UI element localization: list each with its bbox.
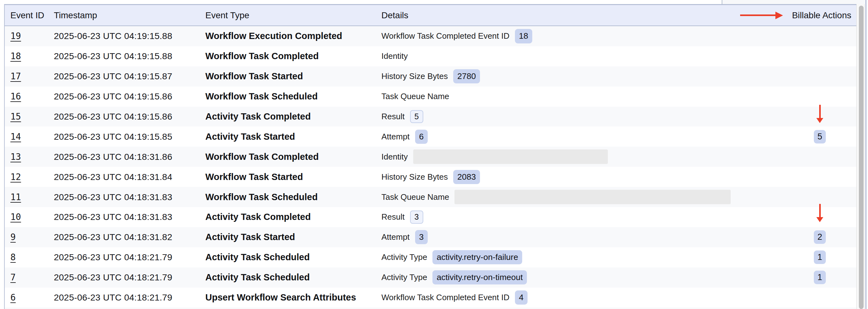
top-strip bbox=[0, 0, 868, 4]
detail-label: Result bbox=[381, 212, 405, 222]
billable-actions-cell bbox=[783, 147, 856, 167]
detail-value-badge: 18 bbox=[515, 29, 532, 43]
timestamp: 2025-06-23 UTC 04:18:31.84 bbox=[54, 172, 172, 182]
next-row-edge bbox=[5, 307, 856, 309]
detail-label: Result bbox=[381, 112, 405, 122]
billable-actions-badge: 1 bbox=[814, 271, 826, 284]
table-row[interactable]: 7 2025-06-23 UTC 04:18:21.79 Activity Ta… bbox=[5, 268, 856, 287]
table-row[interactable]: 10 2025-06-23 UTC 04:18:31.83 Activity T… bbox=[5, 207, 856, 227]
detail-value-badge: activity.retry-on-timeout bbox=[432, 270, 527, 284]
redacted-value-block bbox=[413, 149, 608, 164]
timestamp: 2025-06-23 UTC 04:19:15.85 bbox=[54, 132, 172, 142]
billable-actions-cell: 2 bbox=[783, 227, 856, 247]
event-type: Activity Task Scheduled bbox=[205, 252, 310, 263]
detail-value-badge: 5 bbox=[410, 110, 423, 123]
timestamp: 2025-06-23 UTC 04:18:31.82 bbox=[54, 232, 172, 242]
timestamp: 2025-06-23 UTC 04:19:15.88 bbox=[54, 31, 172, 41]
detail-label: History Size Bytes bbox=[381, 71, 448, 81]
table-row[interactable]: 16 2025-06-23 UTC 04:19:15.86 Workflow T… bbox=[5, 87, 856, 107]
timestamp: 2025-06-23 UTC 04:19:15.88 bbox=[54, 51, 172, 61]
event-id-link[interactable]: 13 bbox=[10, 152, 21, 162]
column-header-event-type: Event Type bbox=[205, 5, 381, 26]
event-id-link[interactable]: 10 bbox=[10, 212, 21, 222]
event-id-link[interactable]: 8 bbox=[10, 252, 16, 263]
event-id-link[interactable]: 9 bbox=[10, 232, 16, 242]
table-row[interactable]: 11 2025-06-23 UTC 04:18:31.83 Workflow T… bbox=[5, 187, 856, 207]
column-header-timestamp: Timestamp bbox=[54, 5, 205, 26]
event-type: Upsert Workflow Search Attributes bbox=[205, 292, 356, 303]
redacted-value-block bbox=[455, 190, 731, 204]
event-type: Workflow Task Started bbox=[205, 172, 303, 182]
event-type: Workflow Task Completed bbox=[205, 51, 319, 61]
billable-actions-badge: 5 bbox=[814, 130, 826, 143]
table-row[interactable]: 9 2025-06-23 UTC 04:18:31.82 Activity Ta… bbox=[5, 227, 856, 247]
event-id-link[interactable]: 17 bbox=[10, 71, 21, 81]
detail-label: History Size Bytes bbox=[381, 172, 448, 182]
event-id-link[interactable]: 16 bbox=[10, 91, 21, 102]
table-row[interactable]: 14 2025-06-23 UTC 04:19:15.85 Activity T… bbox=[5, 127, 856, 147]
billable-actions-badge: 2 bbox=[814, 230, 826, 244]
event-type: Workflow Task Started bbox=[205, 71, 303, 81]
detail-label: Workflow Task Completed Event ID bbox=[381, 293, 509, 302]
billable-actions-cell bbox=[783, 107, 856, 127]
billable-actions-badge: 1 bbox=[814, 250, 826, 264]
timestamp: 2025-06-23 UTC 04:18:21.79 bbox=[54, 252, 172, 263]
table-row[interactable]: 12 2025-06-23 UTC 04:18:31.84 Workflow T… bbox=[5, 167, 856, 187]
billable-actions-cell: 1 bbox=[783, 247, 856, 268]
billable-actions-cell bbox=[783, 46, 856, 66]
event-id-link[interactable]: 7 bbox=[10, 272, 16, 282]
billable-actions-cell bbox=[783, 287, 856, 308]
detail-label: Task Queue Name bbox=[381, 192, 449, 202]
event-type: Activity Task Completed bbox=[205, 111, 311, 122]
table-row[interactable]: 8 2025-06-23 UTC 04:18:21.79 Activity Ta… bbox=[5, 247, 856, 268]
event-id-link[interactable]: 18 bbox=[10, 51, 21, 61]
detail-label: Identity bbox=[381, 152, 408, 162]
detail-value-badge: 3 bbox=[410, 210, 423, 224]
timestamp: 2025-06-23 UTC 04:19:15.87 bbox=[54, 71, 172, 81]
table-row[interactable]: 18 2025-06-23 UTC 04:19:15.88 Workflow T… bbox=[5, 46, 856, 66]
event-type: Workflow Task Completed bbox=[205, 152, 319, 162]
table-row[interactable]: 13 2025-06-23 UTC 04:18:31.86 Workflow T… bbox=[5, 147, 856, 167]
detail-label: Identity bbox=[381, 51, 408, 61]
timestamp: 2025-06-23 UTC 04:19:15.86 bbox=[54, 91, 172, 102]
timestamp: 2025-06-23 UTC 04:18:21.79 bbox=[54, 292, 172, 303]
table-row[interactable]: 6 2025-06-23 UTC 04:18:21.79 Upsert Work… bbox=[5, 287, 856, 308]
event-id-link[interactable]: 19 bbox=[10, 31, 21, 41]
table-header-row: Event ID Timestamp Event Type Details Bi… bbox=[5, 5, 856, 26]
outer-panel-edge bbox=[866, 0, 866, 309]
billable-actions-cell bbox=[783, 87, 856, 107]
event-id-link[interactable]: 6 bbox=[10, 292, 16, 303]
red-right-arrow-icon bbox=[740, 12, 783, 19]
column-header-event-id: Event ID bbox=[5, 5, 54, 26]
table-row[interactable]: 15 2025-06-23 UTC 04:19:15.86 Activity T… bbox=[5, 107, 856, 127]
detail-label: Activity Type bbox=[381, 252, 427, 262]
detail-value-badge: 4 bbox=[515, 290, 528, 305]
event-history-table: Event ID Timestamp Event Type Details Bi… bbox=[4, 4, 856, 309]
billable-actions-cell bbox=[783, 66, 856, 87]
top-strip-divider bbox=[721, 0, 722, 4]
table-row[interactable]: 19 2025-06-23 UTC 04:19:15.88 Workflow E… bbox=[5, 26, 856, 46]
table-row[interactable]: 17 2025-06-23 UTC 04:19:15.87 Workflow T… bbox=[5, 66, 856, 87]
detail-label: Attempt bbox=[381, 232, 410, 242]
event-type: Workflow Task Scheduled bbox=[205, 192, 318, 202]
event-type: Workflow Task Scheduled bbox=[205, 91, 318, 102]
billable-actions-cell bbox=[783, 207, 856, 227]
event-id-link[interactable]: 14 bbox=[10, 132, 21, 142]
billable-actions-cell: 5 bbox=[783, 127, 856, 147]
event-type: Activity Task Started bbox=[205, 132, 295, 142]
detail-value-badge: activity.retry-on-failure bbox=[432, 250, 522, 264]
event-type: Activity Task Completed bbox=[205, 212, 311, 222]
detail-label: Attempt bbox=[381, 132, 410, 142]
event-id-link[interactable]: 12 bbox=[10, 172, 21, 182]
billable-actions-cell bbox=[783, 167, 856, 187]
event-id-link[interactable]: 11 bbox=[10, 192, 21, 202]
event-id-link[interactable]: 15 bbox=[10, 111, 21, 122]
detail-label: Activity Type bbox=[381, 273, 427, 282]
timestamp: 2025-06-23 UTC 04:18:31.83 bbox=[54, 212, 172, 222]
vertical-scrollbar-thumb[interactable] bbox=[859, 6, 864, 309]
red-down-arrow-icon bbox=[816, 204, 823, 222]
detail-value-badge: 2780 bbox=[453, 69, 480, 83]
red-down-arrow-icon bbox=[816, 105, 823, 123]
detail-label: Task Queue Name bbox=[381, 92, 449, 101]
column-header-billable-actions: Billable Actions bbox=[783, 5, 856, 26]
